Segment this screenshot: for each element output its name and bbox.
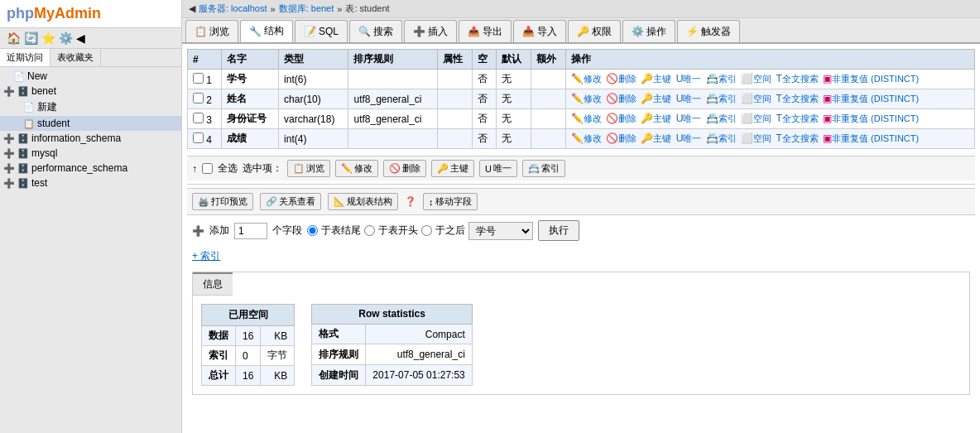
distinct-link[interactable]: 非重复值 (DISTINCT) bbox=[832, 74, 919, 84]
breadcrumb-database[interactable]: 数据库: benet bbox=[279, 2, 334, 15]
tree-item-mysql[interactable]: ➕ 🗄️ mysql bbox=[0, 146, 181, 161]
index-link[interactable]: + 索引 bbox=[187, 246, 975, 267]
space-link[interactable]: 空间 bbox=[753, 74, 771, 84]
tree-item-student[interactable]: 📋 student bbox=[0, 116, 181, 131]
position-after-radio[interactable] bbox=[421, 225, 432, 236]
fulltext-link[interactable]: 全文搜索 bbox=[782, 74, 819, 84]
fulltext-link[interactable]: 全文搜索 bbox=[782, 133, 819, 143]
relations-button[interactable]: 🔗 关系查看 bbox=[260, 193, 321, 210]
row-null: 否 bbox=[473, 70, 496, 89]
breadcrumb-server[interactable]: 服务器: localhost bbox=[199, 2, 267, 15]
tab-export[interactable]: 📤 导出 bbox=[459, 20, 512, 42]
tree-item-newdb[interactable]: 📄 新建 bbox=[0, 99, 181, 116]
edit-link[interactable]: 修改 bbox=[584, 74, 602, 84]
tab-privileges[interactable]: 🔑 权限 bbox=[568, 20, 621, 42]
edit-selected-button[interactable]: ✏️ 修改 bbox=[335, 160, 378, 177]
tab-search[interactable]: 🔍 搜索 bbox=[349, 20, 402, 42]
tab-structure-label: 结构 bbox=[264, 24, 284, 38]
field-count-input[interactable] bbox=[234, 223, 267, 239]
home-icon[interactable]: 🏠 bbox=[7, 31, 21, 45]
execute-button[interactable]: 执行 bbox=[538, 220, 579, 241]
browse-selected-button[interactable]: 📋 浏览 bbox=[287, 160, 330, 177]
add-field-row: ➕ 添加 个字段 于表结尾 于表开头 于之后 学号 姓名 身份证号 成绩 执行 bbox=[187, 215, 975, 246]
print-button[interactable]: 🖨️ 打印预览 bbox=[192, 193, 253, 210]
row-name: 成绩 bbox=[221, 129, 278, 149]
delete-link[interactable]: 删除 bbox=[618, 94, 637, 103]
distinct-link[interactable]: 非重复值 (DISTINCT) bbox=[832, 94, 919, 103]
unique-link[interactable]: 唯一 bbox=[683, 94, 701, 103]
row-checkbox[interactable] bbox=[193, 93, 204, 103]
delete-selected-button[interactable]: 🚫 删除 bbox=[383, 160, 426, 177]
tab-recent[interactable]: 近期访问 bbox=[0, 49, 50, 66]
primary-selected-button[interactable]: 🔑 主键 bbox=[431, 160, 474, 177]
unique-link[interactable]: 唯一 bbox=[683, 133, 701, 143]
tab-structure[interactable]: 🔧 结构 bbox=[240, 20, 293, 42]
row-checkbox[interactable] bbox=[193, 113, 204, 123]
primary-link[interactable]: 主键 bbox=[653, 113, 671, 123]
space-link[interactable]: 空间 bbox=[753, 113, 771, 123]
index-link-row[interactable]: 索引 bbox=[718, 113, 737, 123]
space-link[interactable]: 空间 bbox=[753, 133, 771, 143]
sql-icon: 📝 bbox=[304, 26, 316, 37]
arrow-icon[interactable]: ◀ bbox=[76, 31, 85, 45]
row-actions: ✏️修改 🚫删除 🔑主键 U唯一 📇索引 ⬜空间 T全文搜索 ▣非重复值 (DI… bbox=[565, 89, 974, 109]
unique-selected-button[interactable]: U 唯一 bbox=[479, 160, 517, 177]
tab-sql[interactable]: 📝 SQL bbox=[295, 20, 348, 42]
primary-label: 主键 bbox=[450, 162, 468, 175]
primary-link[interactable]: 主键 bbox=[653, 74, 671, 84]
index-link-row[interactable]: 索引 bbox=[718, 74, 737, 84]
delete-link[interactable]: 删除 bbox=[618, 74, 637, 84]
stats-created-label: 创建时间 bbox=[312, 365, 366, 386]
col-actions: 操作 bbox=[565, 50, 974, 70]
field-after-select[interactable]: 学号 姓名 身份证号 成绩 bbox=[468, 222, 533, 240]
distinct-link[interactable]: 非重复值 (DISTINCT) bbox=[832, 133, 919, 143]
row-checkbox[interactable] bbox=[193, 132, 204, 143]
edit-link[interactable]: 修改 bbox=[584, 133, 602, 143]
tree-item-benet[interactable]: ➕ 🗄️ benet bbox=[0, 84, 181, 99]
index-link-row[interactable]: 索引 bbox=[718, 133, 737, 143]
row-collation: utf8_general_ci bbox=[348, 89, 438, 109]
help-icon[interactable]: ❓ bbox=[405, 196, 416, 207]
position-end-radio[interactable] bbox=[307, 225, 318, 236]
delete-link[interactable]: 删除 bbox=[618, 113, 637, 123]
tab-insert[interactable]: ➕ 插入 bbox=[404, 20, 457, 42]
settings-icon[interactable]: ⚙️ bbox=[59, 31, 73, 45]
planner-button[interactable]: 📐 规划表结构 bbox=[328, 193, 398, 210]
edit-link[interactable]: 修改 bbox=[584, 94, 602, 103]
tab-search-label: 搜索 bbox=[373, 25, 393, 39]
tab-favorites[interactable]: 表收藏夹 bbox=[50, 49, 101, 66]
position-start-radio[interactable] bbox=[364, 225, 375, 236]
fulltext-link[interactable]: 全文搜索 bbox=[782, 94, 819, 103]
select-all-checkbox[interactable] bbox=[202, 163, 213, 174]
tab-browse[interactable]: 📋 浏览 bbox=[185, 20, 238, 42]
tab-triggers-label: 触发器 bbox=[701, 25, 731, 39]
primary-link[interactable]: 主键 bbox=[653, 133, 671, 143]
space-link[interactable]: 空间 bbox=[753, 94, 771, 103]
index-link-row[interactable]: 索引 bbox=[718, 94, 737, 103]
row-checkbox[interactable] bbox=[193, 73, 204, 84]
tab-operations[interactable]: ⚙️ 操作 bbox=[622, 20, 675, 42]
delete-link[interactable]: 删除 bbox=[618, 133, 637, 143]
breadcrumb-sep1: » bbox=[271, 4, 276, 14]
tree-item-information[interactable]: ➕ 🗄️ information_schema bbox=[0, 131, 181, 146]
refresh-icon[interactable]: 🔄 bbox=[24, 31, 38, 45]
distinct-link[interactable]: 非重复值 (DISTINCT) bbox=[832, 113, 919, 123]
col-name: 名字 bbox=[221, 50, 278, 70]
unique-link[interactable]: 唯一 bbox=[683, 113, 701, 123]
info-tab[interactable]: 信息 bbox=[193, 272, 233, 296]
unique-link[interactable]: 唯一 bbox=[683, 74, 701, 84]
primary-link[interactable]: 主键 bbox=[653, 94, 671, 103]
row-attr bbox=[438, 129, 473, 149]
tab-import[interactable]: 📥 导入 bbox=[513, 20, 566, 42]
tab-triggers[interactable]: ⚡ 触发器 bbox=[677, 20, 740, 42]
row-actions: ✏️修改 🚫删除 🔑主键 U唯一 📇索引 ⬜空间 T全文搜索 ▣非重复值 (DI… bbox=[565, 70, 974, 89]
privilege-icon: 🔑 bbox=[577, 26, 589, 37]
tree-item-test[interactable]: ➕ 🗄️ test bbox=[0, 176, 181, 190]
index-selected-button[interactable]: 📇 索引 bbox=[522, 160, 565, 177]
edit-link[interactable]: 修改 bbox=[584, 113, 602, 123]
move-button[interactable]: ↕️ 移动字段 bbox=[423, 193, 478, 210]
star-icon[interactable]: ⭐ bbox=[41, 31, 55, 45]
tree-item-performance[interactable]: ➕ 🗄️ performance_schema bbox=[0, 161, 181, 176]
tree-item-new[interactable]: 📄 New bbox=[0, 69, 181, 84]
fulltext-link[interactable]: 全文搜索 bbox=[782, 113, 819, 123]
